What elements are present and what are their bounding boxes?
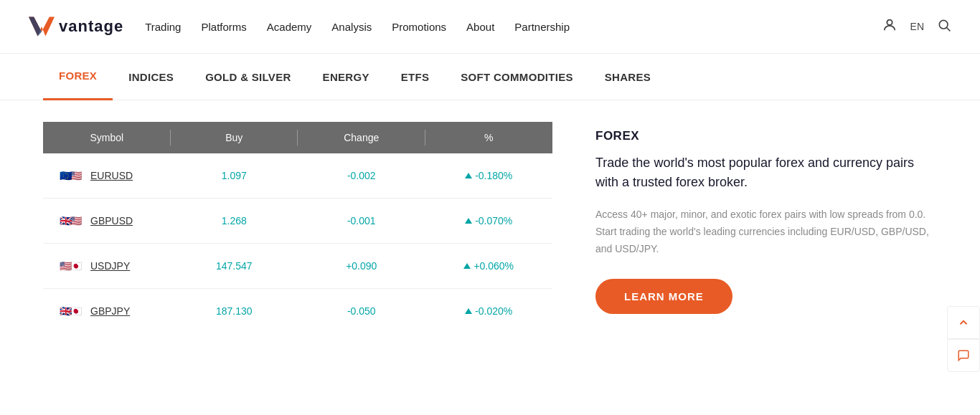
scroll-top-button[interactable] (947, 306, 980, 339)
flag1-eu: 🇪🇺 (57, 168, 73, 183)
symbol-cell-usdjpy: 🇺🇸 🇯🇵 USDJPY (43, 254, 171, 278)
svg-point-2 (887, 19, 892, 24)
flags-gbpjpy: 🇬🇧 🇯🇵 (57, 303, 83, 319)
buy-eurusd: 1.097 (171, 166, 298, 186)
nav-item-partnership[interactable]: Partnership (514, 21, 570, 33)
chat-button[interactable] (947, 339, 980, 372)
nav-item-platforms[interactable]: Platforms (201, 21, 246, 33)
nav-item-analysis[interactable]: Analysis (331, 21, 372, 33)
learn-more-button[interactable]: LEARN MORE (595, 279, 732, 314)
tab-soft-commodities[interactable]: SOFT COMMODITIES (445, 54, 588, 100)
flag1-us3: 🇺🇸 (57, 258, 73, 274)
header-right: EN (882, 17, 951, 37)
flag1-gb: 🇬🇧 (57, 213, 73, 229)
svg-line-4 (947, 27, 951, 31)
tab-forex[interactable]: FOREX (43, 54, 113, 100)
pct-gbpusd: -0.070% (425, 211, 553, 231)
change-gbpjpy: -0.050 (298, 301, 425, 321)
forex-table: Symbol Buy Change % 🇪🇺 🇺🇸 EURUSD 1.097 -… (43, 122, 552, 333)
tab-shares[interactable]: SHARES (589, 54, 666, 100)
table-row: 🇪🇺 🇺🇸 EURUSD 1.097 -0.002 -0.180% (43, 153, 552, 199)
symbol-name-gbpusd[interactable]: GBPUSD (90, 215, 133, 226)
symbol-name-usdjpy[interactable]: USDJPY (90, 260, 130, 272)
panel-title: FOREX (595, 129, 937, 143)
flags-eurusd: 🇪🇺 🇺🇸 (57, 168, 83, 183)
change-usdjpy: +0.090 (298, 256, 425, 276)
buy-gbpusd: 1.268 (171, 211, 298, 231)
flag1-gb2: 🇬🇧 (57, 303, 73, 319)
th-pct: % (425, 122, 553, 153)
symbol-name-gbpjpy[interactable]: GBPJPY (90, 305, 130, 317)
pct-gbpjpy: -0.020% (425, 301, 553, 321)
symbol-cell-eurusd: 🇪🇺 🇺🇸 EURUSD (43, 163, 171, 188)
header: vantage Trading Platforms Academy Analys… (0, 0, 980, 54)
tabs-bar: FOREX INDICES GOLD & SILVER ENERGY ETFS … (0, 54, 980, 100)
triangle-up-icon (465, 308, 472, 314)
svg-point-3 (939, 20, 948, 29)
search-icon[interactable] (937, 18, 951, 36)
th-symbol: Symbol (43, 122, 171, 153)
tab-etfs[interactable]: ETFS (385, 54, 446, 100)
table-header: Symbol Buy Change % (43, 122, 552, 153)
tab-energy[interactable]: ENERGY (307, 54, 385, 100)
panel-desc-secondary: Access 40+ major, minor, and exotic fore… (595, 206, 937, 257)
th-change: Change (298, 122, 425, 153)
flags-gbpusd: 🇬🇧 🇺🇸 (57, 213, 83, 229)
logo-label: vantage (59, 17, 123, 36)
pct-eurusd: -0.180% (425, 166, 553, 186)
table-row: 🇺🇸 🇯🇵 USDJPY 147.547 +0.090 +0.060% (43, 244, 552, 289)
nav-item-promotions[interactable]: Promotions (392, 21, 446, 33)
nav-item-about[interactable]: About (466, 21, 494, 33)
triangle-up-icon (463, 263, 471, 269)
buy-gbpjpy: 187.130 (171, 301, 298, 321)
pct-usdjpy: +0.060% (425, 256, 553, 276)
floating-buttons (947, 306, 980, 372)
language-selector[interactable]: EN (910, 21, 924, 32)
symbol-cell-gbpusd: 🇬🇧 🇺🇸 GBPUSD (43, 209, 171, 233)
tab-indices[interactable]: INDICES (113, 54, 189, 100)
right-panel: FOREX Trade the world's most popular for… (595, 122, 937, 333)
change-gbpusd: -0.001 (298, 211, 425, 231)
flags-usdjpy: 🇺🇸 🇯🇵 (57, 258, 83, 274)
svg-marker-1 (29, 17, 42, 37)
th-buy: Buy (171, 122, 298, 153)
triangle-up-icon (465, 218, 472, 224)
user-icon[interactable] (882, 17, 897, 37)
table-row: 🇬🇧 🇺🇸 GBPUSD 1.268 -0.001 -0.070% (43, 199, 552, 244)
main-nav: Trading Platforms Academy Analysis Promo… (145, 21, 881, 33)
main-content: Symbol Buy Change % 🇪🇺 🇺🇸 EURUSD 1.097 -… (0, 100, 980, 355)
nav-item-trading[interactable]: Trading (145, 21, 181, 33)
buy-usdjpy: 147.547 (171, 256, 298, 276)
symbol-cell-gbpjpy: 🇬🇧 🇯🇵 GBPJPY (43, 299, 171, 323)
nav-item-academy[interactable]: Academy (267, 21, 312, 33)
panel-desc-primary: Trade the world's most popular forex and… (595, 153, 937, 192)
change-eurusd: -0.002 (298, 166, 425, 186)
symbol-name-eurusd[interactable]: EURUSD (90, 170, 133, 181)
triangle-up-icon (465, 173, 472, 178)
tab-gold-silver[interactable]: GOLD & SILVER (189, 54, 306, 100)
logo[interactable]: vantage (29, 14, 123, 39)
table-row: 🇬🇧 🇯🇵 GBPJPY 187.130 -0.050 -0.020% (43, 289, 552, 333)
